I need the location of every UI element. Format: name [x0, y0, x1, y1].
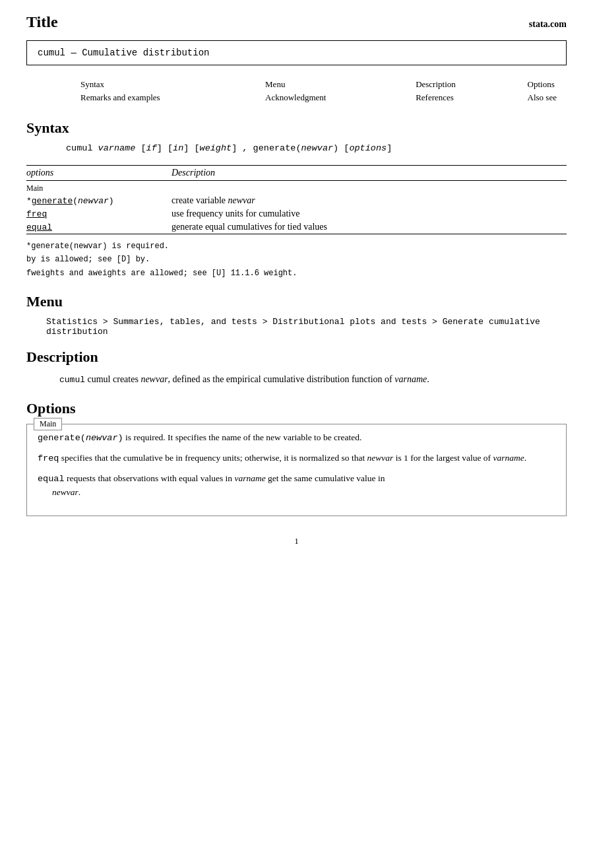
- opt-para-generate: generate(newvar) is required. It specifi…: [38, 431, 555, 445]
- opt-para-freq: freq specifies that the cumulative be in…: [38, 451, 555, 465]
- desc-text-before: cumul creates: [88, 374, 141, 384]
- options-table-header: options Description: [26, 166, 567, 181]
- opt-freq-rest-before: specifies that the cumulative be in freq…: [59, 453, 367, 463]
- col-options-header: options: [26, 166, 172, 181]
- desc-text-after: .: [427, 374, 429, 384]
- option-freq-name: freq: [26, 207, 172, 220]
- syntax-section: Syntax cumul varname [if] [in] [weight] …: [26, 119, 567, 280]
- nav-description[interactable]: Description: [416, 79, 526, 90]
- nav-syntax[interactable]: Syntax: [80, 79, 264, 90]
- option-row-generate: *generate(newvar) create variable newvar: [26, 194, 567, 207]
- desc-text-middle: , defined as the empirical cumulative di…: [168, 374, 395, 384]
- stata-brand: stata.com: [529, 19, 567, 30]
- opt-para-equal: equal requests that observations with eq…: [38, 472, 555, 500]
- options-main-section: Options Main generate(newvar) is require…: [26, 400, 567, 516]
- options-group-main: Main: [26, 181, 567, 195]
- desc-varname: varname: [394, 374, 427, 384]
- page-title: Title: [26, 13, 58, 31]
- col-desc-header: Description: [172, 166, 567, 181]
- option-row-equal: equal generate equal cumulatives for tie…: [26, 220, 567, 234]
- opt-freq-italic2: varname: [493, 453, 524, 463]
- description-section: Description cumul cumul creates newvar, …: [26, 349, 567, 387]
- nav-row-2: Remarks and examples Acknowledgment Refe…: [80, 92, 593, 104]
- page-footer: 1: [26, 536, 567, 547]
- nav-acknowledgment[interactable]: Acknowledgment: [265, 92, 414, 104]
- syntax-heading: Syntax: [26, 119, 567, 137]
- syntax-cumul: cumul: [66, 143, 98, 153]
- desc-cumul: cumul: [59, 375, 85, 385]
- opt-freq-rest-end: .: [524, 453, 526, 463]
- menu-section: Menu Statistics > Summaries, tables, and…: [26, 293, 567, 337]
- option-equal-name: equal: [26, 220, 172, 234]
- syntax-brackets1: [if] [in] [weight] , generate(newvar) [o…: [135, 143, 392, 153]
- option-generate-desc: create variable newvar: [172, 194, 567, 207]
- opt-equal-italic: varname: [234, 473, 265, 483]
- desc-newvar: newvar: [140, 374, 168, 384]
- opt-equal-code: equal: [38, 474, 65, 484]
- option-equal-desc: generate equal cumulatives for tied valu…: [172, 220, 567, 234]
- nav-remarks[interactable]: Remarks and examples: [80, 92, 264, 104]
- title-box: cumul — Cumulative distribution: [26, 40, 567, 65]
- opt-generate-code: generate(newvar): [38, 433, 123, 443]
- opt-equal-rest-before: requests that observations with equal va…: [65, 473, 235, 483]
- description-body: cumul cumul creates newvar, defined as t…: [59, 372, 567, 387]
- page-header: Title stata.com: [26, 13, 567, 31]
- options-main-heading: Options: [26, 400, 567, 417]
- option-generate-name: *generate(newvar): [26, 194, 172, 207]
- opt-freq-code: freq: [38, 453, 59, 463]
- options-table: options Description Main *generate(newva…: [26, 165, 567, 234]
- option-row-freq: freq use frequency units for cumulative: [26, 207, 567, 220]
- nav-table: Syntax Menu Description Options Remarks …: [79, 77, 593, 105]
- syntax-varname: varname: [98, 143, 136, 153]
- footnote-3: fweights and aweights are allowed; see […: [26, 267, 567, 280]
- menu-heading: Menu: [26, 293, 567, 310]
- syntax-command: cumul varname [if] [in] [weight] , gener…: [66, 143, 567, 153]
- menu-path: Statistics > Summaries, tables, and test…: [46, 317, 567, 337]
- opt-generate-rest: is required. It specifies the name of th…: [123, 432, 362, 442]
- footnote-1: *generate(newvar) is required.: [26, 240, 567, 253]
- page-number: 1: [294, 536, 299, 546]
- group-label-main: Main: [26, 181, 172, 195]
- syntax-footnotes: *generate(newvar) is required. by is all…: [26, 240, 567, 280]
- title-box-text: cumul — Cumulative distribution: [38, 48, 209, 58]
- nav-menu[interactable]: Menu: [265, 79, 414, 90]
- nav-references[interactable]: References: [416, 92, 526, 104]
- option-freq-desc: use frequency units for cumulative: [172, 207, 567, 220]
- nav-row-1: Syntax Menu Description Options: [80, 79, 593, 90]
- nav-also-see[interactable]: Also see: [528, 92, 593, 104]
- opt-freq-rest-after: is 1 for the largest value of: [393, 453, 493, 463]
- opt-equal-indent: newvar.: [38, 486, 555, 499]
- nav-options[interactable]: Options: [528, 79, 593, 90]
- opt-equal-rest-after: get the same cumulative value in: [266, 473, 385, 483]
- options-tabbed-section: Main generate(newvar) is required. It sp…: [26, 424, 567, 516]
- options-tab-label: Main: [34, 418, 62, 430]
- opt-freq-italic: newvar: [367, 453, 394, 463]
- description-heading: Description: [26, 349, 567, 366]
- footnote-2: by is allowed; see [D] by.: [26, 253, 567, 266]
